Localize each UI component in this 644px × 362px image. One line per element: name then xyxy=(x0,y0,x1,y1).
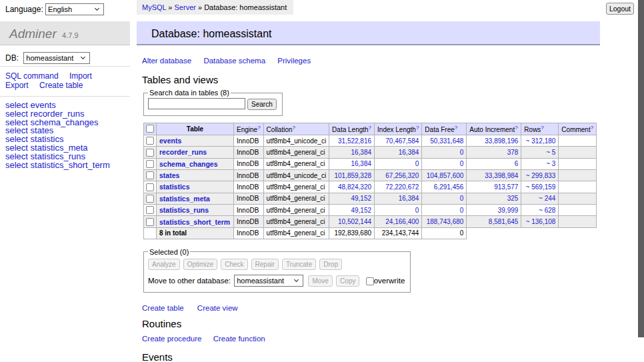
create-function-link[interactable]: Create function xyxy=(213,335,265,343)
cell-auto-increment[interactable]: 6 xyxy=(467,158,521,169)
cell-rows[interactable]: ~ 244 xyxy=(521,193,559,204)
row-checkbox[interactable] xyxy=(146,149,154,157)
row-checkbox[interactable] xyxy=(146,195,154,203)
cell-rows[interactable]: ~ 5 xyxy=(521,147,559,158)
create-view-link[interactable]: Create view xyxy=(197,304,238,312)
help-link[interactable]: ? xyxy=(541,125,543,131)
cell-data-length[interactable]: 49,152 xyxy=(329,193,375,204)
table-link-recorder_runs[interactable]: recorder_runs xyxy=(159,148,207,156)
table-link-schema_changes[interactable]: schema_changes xyxy=(159,160,218,168)
cell-rows[interactable]: ~ 628 xyxy=(521,204,559,215)
cell-data-free[interactable]: 104,857,600 xyxy=(422,169,467,181)
move-database-select[interactable]: homeassistant xyxy=(234,275,303,287)
language-select[interactable]: English xyxy=(45,3,104,15)
help-link[interactable]: ? xyxy=(515,125,517,131)
repair-button[interactable]: Repair xyxy=(251,259,279,270)
cell-data-length[interactable]: 101,859,328 xyxy=(329,169,375,181)
cell-index-length[interactable]: 72,220,672 xyxy=(375,181,422,193)
app-name[interactable]: Adminer xyxy=(9,27,57,41)
truncate-button[interactable]: Truncate xyxy=(282,259,316,270)
cell-data-length[interactable]: 16,384 xyxy=(329,147,375,158)
table-link-statistics_meta[interactable]: statistics_meta xyxy=(159,195,210,203)
help-link[interactable]: ? xyxy=(455,125,457,131)
cell-comment xyxy=(559,169,597,181)
search-input[interactable] xyxy=(148,98,245,109)
cell-rows[interactable]: ~ 299,833 xyxy=(521,169,559,181)
cell-index-length[interactable]: 67,256,320 xyxy=(375,169,422,181)
logout-button[interactable]: Logout xyxy=(606,3,634,15)
row-checkbox[interactable] xyxy=(146,183,154,191)
check-button[interactable]: Check xyxy=(221,259,247,270)
cell-auto-increment[interactable]: 378 xyxy=(467,147,521,158)
database-schema-link[interactable]: Database schema xyxy=(203,57,265,65)
sidebar-action-sql-command[interactable]: SQL command xyxy=(5,71,59,81)
cell-index-length[interactable]: 16,384 xyxy=(375,193,422,204)
sidebar-action-create-table[interactable]: Create table xyxy=(39,81,83,90)
optimize-button[interactable]: Optimize xyxy=(183,259,217,270)
language-selector: Language: English xyxy=(5,3,104,15)
select-all-checkbox[interactable] xyxy=(146,125,154,133)
cell-auto-increment[interactable]: 8,581,645 xyxy=(467,216,521,227)
create-table-link[interactable]: Create table xyxy=(142,304,184,312)
cell-data-free[interactable]: 0 xyxy=(422,147,467,158)
search-button[interactable]: Search xyxy=(247,99,277,110)
cell-data-free[interactable]: 0 xyxy=(422,158,467,169)
cell-engine: InnoDB xyxy=(234,135,264,146)
privileges-link[interactable]: Privileges xyxy=(277,57,311,65)
cell-rows[interactable]: ~ 569,159 xyxy=(521,181,559,193)
row-checkbox[interactable] xyxy=(146,160,154,168)
cell-rows[interactable]: ~ 136,108 xyxy=(521,216,559,227)
scrollbar-thumb[interactable] xyxy=(638,0,644,337)
overwrite-checkbox[interactable] xyxy=(366,277,374,285)
cell-data-free[interactable]: 50,331,648 xyxy=(422,135,467,146)
create-procedure-link[interactable]: Create procedure xyxy=(142,335,202,343)
cell-auto-increment[interactable]: 913,577 xyxy=(467,181,521,193)
cell-auto-increment[interactable]: 33,898,196 xyxy=(467,135,521,146)
cell-data-free[interactable]: 188,743,680 xyxy=(422,216,467,227)
help-link[interactable]: ? xyxy=(293,125,295,131)
row-checkbox[interactable] xyxy=(146,206,154,214)
breadcrumb-mysql-link[interactable]: MySQL xyxy=(142,3,166,11)
alter-database-link[interactable]: Alter database xyxy=(142,57,191,65)
help-link[interactable]: ? xyxy=(591,125,593,131)
row-checkbox[interactable] xyxy=(146,171,154,179)
sidebar-action-import[interactable]: Import xyxy=(69,71,92,81)
cell-data-free[interactable]: 6,291,456 xyxy=(422,181,467,193)
row-checkbox[interactable] xyxy=(146,218,154,226)
cell-data-free[interactable]: 0 xyxy=(422,204,467,215)
sidebar-action-export[interactable]: Export xyxy=(5,81,29,90)
cell-auto-increment[interactable]: 39,999 xyxy=(467,204,521,215)
move-button[interactable]: Move xyxy=(308,275,332,287)
row-checkbox[interactable] xyxy=(146,137,154,145)
cell-data-length[interactable]: 31,522,816 xyxy=(329,135,375,146)
breadcrumb-server-link[interactable]: Server xyxy=(175,3,196,11)
drop-button[interactable]: Drop xyxy=(319,259,342,270)
cell-data-length[interactable]: 10,502,144 xyxy=(329,216,375,227)
table-link-events[interactable]: events xyxy=(159,137,181,145)
cell-auto-increment[interactable]: 33,398,984 xyxy=(467,169,521,181)
cell-auto-increment[interactable]: 325 xyxy=(467,193,521,204)
cell-index-length[interactable]: 0 xyxy=(375,158,422,169)
table-link-statistics_runs[interactable]: statistics_runs xyxy=(159,206,209,214)
table-link-states[interactable]: states xyxy=(159,171,179,179)
help-link[interactable]: ? xyxy=(257,125,260,131)
table-link-statistics[interactable]: statistics xyxy=(159,183,190,191)
cell-index-length[interactable]: 24,166,400 xyxy=(375,216,422,227)
cell-rows[interactable]: ~ 3 xyxy=(521,158,559,169)
cell-index-length[interactable]: 0 xyxy=(375,204,422,215)
copy-button[interactable]: Copy xyxy=(336,275,359,287)
sidebar-select-statistics_short_term[interactable]: select statistics_short_term xyxy=(5,161,130,170)
cell-index-length[interactable]: 16,384 xyxy=(375,147,422,158)
help-link[interactable]: ? xyxy=(416,125,419,131)
help-link[interactable]: ? xyxy=(369,125,371,131)
cell-rows[interactable]: ~ 312,180 xyxy=(521,135,559,146)
cell-index-length[interactable]: 70,467,584 xyxy=(375,135,422,146)
db-select[interactable]: homeassistant xyxy=(23,52,90,64)
cell-data-length[interactable]: 16,384 xyxy=(329,158,375,169)
table-row-statistics_short_term: statistics_short_termInnoDButf8mb4_gener… xyxy=(144,216,597,227)
cell-data-length[interactable]: 49,152 xyxy=(329,204,375,215)
cell-data-free[interactable]: 0 xyxy=(422,193,467,204)
cell-data-length[interactable]: 48,824,320 xyxy=(329,181,375,193)
analyze-button[interactable]: Analyze xyxy=(148,259,180,270)
table-link-statistics_short_term[interactable]: statistics_short_term xyxy=(159,218,230,226)
